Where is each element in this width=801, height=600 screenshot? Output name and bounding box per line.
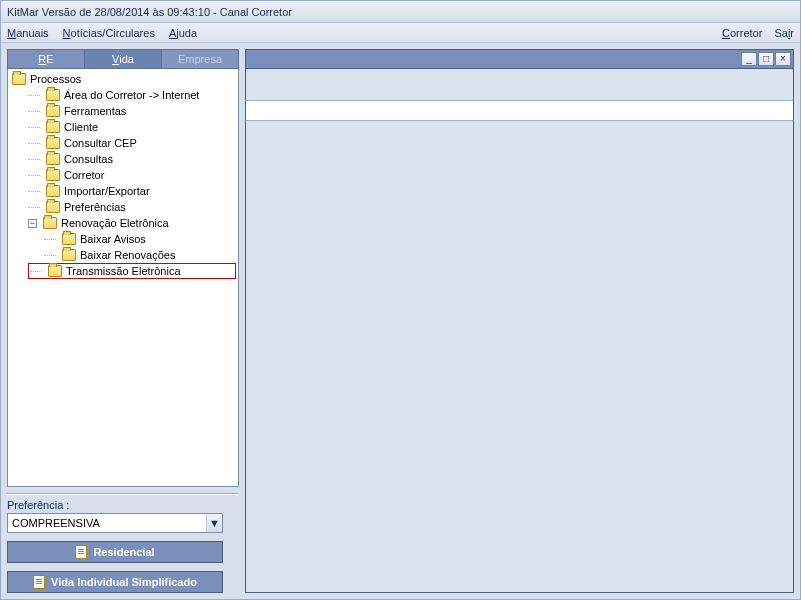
tree-renovacao[interactable]: − Renovação Eletrônica (28, 215, 236, 231)
tree-label: Processos (30, 73, 81, 85)
folder-icon (46, 201, 60, 213)
button-label: Residencial (93, 546, 154, 558)
document-icon (33, 575, 45, 589)
tree-item[interactable]: Consultar CEP (28, 135, 236, 151)
mdi-body (245, 121, 794, 593)
right-panel: _ □ × (245, 49, 794, 593)
collapse-icon[interactable]: − (28, 219, 37, 228)
tree-item[interactable]: Ferramentas (28, 103, 236, 119)
tab-re[interactable]: RE (7, 49, 85, 69)
maximize-button[interactable]: □ (758, 52, 774, 66)
folder-icon (46, 89, 60, 101)
tree-item[interactable]: Cliente (28, 119, 236, 135)
folder-icon (46, 137, 60, 149)
body: RE Vida Empresa Processos Área do Corret… (1, 43, 800, 599)
folder-icon (62, 249, 76, 261)
menu-noticias[interactable]: Notícias/Circulares (61, 26, 157, 40)
folder-icon (46, 153, 60, 165)
folder-icon (46, 121, 60, 133)
mdi-toolbar (245, 69, 794, 101)
tab-vida[interactable]: Vida (85, 49, 162, 69)
folder-icon (43, 217, 57, 229)
folder-icon (46, 185, 60, 197)
tree-transmissao[interactable]: Transmissão Eletrônica (28, 263, 236, 279)
close-button[interactable]: × (775, 52, 791, 66)
titlebar: KitMar Versão de 28/08/2014 às 09:43:10 … (1, 1, 800, 23)
folder-icon (46, 105, 60, 117)
menubar-left: Manuais Notícias/Circulares Ajuda (5, 26, 199, 40)
menu-sair[interactable]: Sair (772, 26, 796, 40)
tabs: RE Vida Empresa (7, 49, 239, 69)
tree-children-renov: Baixar Avisos Baixar Renovações (28, 231, 236, 263)
tree-item[interactable]: Corretor (28, 167, 236, 183)
menubar-right: Corretor Sair (720, 26, 796, 40)
minimize-button[interactable]: _ (741, 52, 757, 66)
preference-label: Preferência : (7, 499, 239, 511)
menu-manuais[interactable]: Manuais (5, 26, 51, 40)
tree-item[interactable]: Consultas (28, 151, 236, 167)
menu-corretor[interactable]: Corretor (720, 26, 764, 40)
residencial-button[interactable]: Residencial (7, 541, 223, 563)
menubar: Manuais Notícias/Circulares Ajuda Corret… (1, 23, 800, 43)
tree-panel[interactable]: Processos Área do Corretor -> Internet F… (7, 69, 239, 487)
tree-root: Processos Área do Corretor -> Internet F… (10, 71, 236, 279)
tree-item[interactable]: Área do Corretor -> Internet (28, 87, 236, 103)
folder-icon (62, 233, 76, 245)
tree-children: Área do Corretor -> Internet Ferramentas… (12, 87, 236, 279)
folder-icon (46, 169, 60, 181)
left-panel: RE Vida Empresa Processos Área do Corret… (7, 49, 239, 593)
tree-processos[interactable]: Processos (12, 71, 236, 87)
preference-block: Preferência : COMPREENSIVA ▼ Residencial… (7, 493, 239, 593)
preference-value: COMPREENSIVA (8, 517, 206, 529)
vida-simplificado-button[interactable]: Vida Individual Simplificado (7, 571, 223, 593)
preference-combo[interactable]: COMPREENSIVA ▼ (7, 513, 223, 533)
tab-empresa[interactable]: Empresa (162, 49, 239, 69)
menu-ajuda[interactable]: Ajuda (167, 26, 199, 40)
window-title: KitMar Versão de 28/08/2014 às 09:43:10 … (7, 6, 292, 18)
tree-item[interactable]: Baixar Avisos (44, 231, 236, 247)
button-label: Vida Individual Simplificado (51, 576, 197, 588)
app-window: KitMar Versão de 28/08/2014 às 09:43:10 … (0, 0, 801, 600)
tree-item[interactable]: Importar/Exportar (28, 183, 236, 199)
folder-icon (48, 265, 62, 277)
folder-icon (12, 73, 26, 85)
tree-item[interactable]: Preferências (28, 199, 236, 215)
tree-item[interactable]: Baixar Renovações (44, 247, 236, 263)
mdi-inputbar[interactable] (245, 101, 794, 121)
document-icon (75, 545, 87, 559)
mdi-titlebar: _ □ × (245, 49, 794, 69)
chevron-down-icon[interactable]: ▼ (206, 514, 222, 532)
